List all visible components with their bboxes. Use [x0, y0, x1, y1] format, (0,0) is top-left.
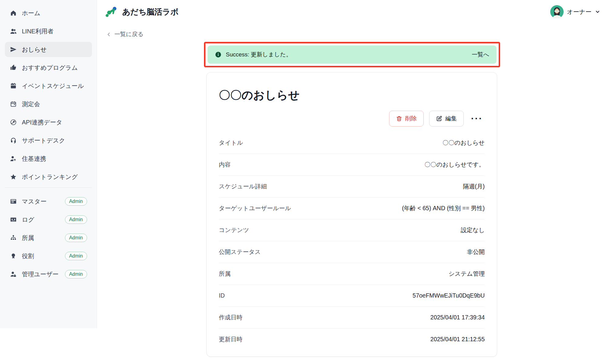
page-title: 〇〇のおしらせ — [219, 88, 485, 103]
sidebar-item-api-data[interactable]: API連携データ — [5, 115, 92, 130]
sidebar-item-notices[interactable]: おしらせ — [5, 42, 92, 57]
back-to-list-link[interactable]: 一覧に戻る — [106, 30, 144, 38]
sidebar-item-master[interactable]: マスター Admin — [5, 194, 92, 209]
notice-detail-card: 〇〇のおしらせ 削除 編集 ··· タイトル — [206, 72, 497, 357]
detail-row-target-rule: ターゲットユーザールール (年齢 < 65) AND (性別 == 男性) — [219, 197, 485, 219]
detail-row-contents: コンテンツ 設定なし — [219, 219, 485, 241]
sidebar-item-label: 測定会 — [22, 100, 40, 108]
sidebar-item-label: イベントスケジュール — [22, 82, 84, 90]
log-icon — [10, 216, 17, 223]
sidebar-item-label: 役割 — [22, 252, 34, 260]
thumb-up-icon — [10, 64, 17, 71]
sidebar-item-home[interactable]: ホーム — [5, 5, 92, 21]
app-screen: ホーム LINE利用者 おしらせ おすすめプログラム イベントスケジュール — [0, 0, 607, 364]
sidebar-item-label: 住基連携 — [22, 155, 46, 163]
sidebar-item-measurement[interactable]: 測定会 — [5, 96, 92, 112]
detail-rows: タイトル 〇〇のおしらせ 内容 〇〇のおしらせです。 スケジュール詳細 隔週(月… — [219, 132, 485, 350]
app-title: あだち脳活ラボ — [122, 7, 178, 17]
detail-row-content: 内容 〇〇のおしらせです。 — [219, 154, 485, 176]
sidebar-item-support-desk[interactable]: サポートデスク — [5, 133, 92, 148]
sitemap-icon — [10, 234, 17, 241]
edit-icon — [436, 116, 442, 122]
delete-button[interactable]: 削除 — [389, 111, 424, 126]
calendar-icon — [10, 100, 17, 108]
sidebar-item-recommended-programs[interactable]: おすすめプログラム — [5, 60, 92, 75]
medal-icon — [10, 252, 17, 260]
home-icon — [10, 9, 17, 17]
sidebar-item-label: 管理ユーザー — [22, 270, 59, 278]
sidebar: ホーム LINE利用者 おしらせ おすすめプログラム イベントスケジュール — [0, 0, 97, 328]
sidebar-item-logs[interactable]: ログ Admin — [5, 212, 92, 227]
star-icon — [10, 173, 17, 180]
user-role-label: オーナー — [567, 8, 592, 16]
trash-icon — [396, 116, 402, 122]
sidebar-item-juki-link[interactable]: 住基連携 — [5, 151, 92, 166]
avatar — [550, 5, 564, 19]
plug-icon — [10, 119, 17, 126]
sidebar-item-label: おしらせ — [22, 46, 47, 54]
detail-row-created-at: 作成日時 2025/04/01 17:39:34 — [219, 307, 485, 329]
paper-plane-icon — [10, 46, 17, 53]
sidebar-item-label: おすすめプログラム — [22, 64, 78, 72]
top-header: あだち脳活ラボ オーナー — [97, 0, 607, 24]
sidebar-item-label: サポートデスク — [22, 136, 65, 145]
app-logo: あだち脳活ラボ — [105, 5, 178, 18]
alert-message: Success: 更新しました。 — [226, 51, 292, 59]
server-icon — [10, 198, 17, 205]
sidebar-item-admin-users[interactable]: 管理ユーザー Admin — [5, 267, 92, 282]
edit-button[interactable]: 編集 — [429, 111, 464, 126]
delete-button-label: 削除 — [405, 115, 417, 123]
sidebar-item-label: ホーム — [22, 9, 40, 17]
sidebar-divider — [5, 187, 92, 188]
edit-button-label: 編集 — [445, 115, 457, 123]
user-lock-icon — [10, 271, 17, 278]
sidebar-item-label: LINE利用者 — [22, 27, 53, 35]
info-icon — [215, 51, 222, 58]
user-menu[interactable]: オーナー — [550, 5, 600, 19]
sidebar-item-event-schedule[interactable]: イベントスケジュール — [5, 78, 92, 93]
sidebar-item-point-ranking[interactable]: ポイントランキング — [5, 169, 92, 184]
admin-badge: Admin — [65, 215, 87, 224]
back-link-label: 一覧に戻る — [114, 30, 144, 38]
admin-badge: Admin — [65, 234, 87, 242]
success-alert: Success: 更新しました。 一覧へ — [208, 46, 497, 64]
chevron-down-icon — [595, 9, 600, 15]
alert-list-link[interactable]: 一覧へ — [472, 51, 489, 59]
logo-icon — [105, 5, 118, 18]
detail-row-updated-at: 更新日時 2025/04/01 21:12:55 — [219, 329, 485, 350]
sidebar-item-label: API連携データ — [22, 118, 62, 126]
alert-highlight-box: Success: 更新しました。 一覧へ — [204, 42, 500, 67]
detail-row-publish-status: 公開ステータス 非公開 — [219, 241, 485, 263]
admin-badge: Admin — [65, 270, 87, 278]
sidebar-item-affiliation[interactable]: 所属 Admin — [5, 230, 92, 245]
sidebar-item-label: ポイントランキング — [22, 173, 78, 181]
detail-row-affiliation: 所属 システム管理 — [219, 263, 485, 285]
sidebar-item-label: マスター — [22, 197, 46, 206]
main-content: 一覧に戻る Success: 更新しました。 一覧へ 〇〇のおしらせ 削除 — [97, 24, 607, 364]
calendar-filled-icon — [10, 82, 17, 89]
chevron-left-icon — [106, 32, 111, 37]
card-actions: 削除 編集 ··· — [219, 111, 485, 126]
detail-row-id: ID 57oeFMWwEJiTu0DqE9bU — [219, 285, 485, 307]
admin-badge: Admin — [65, 197, 87, 205]
sidebar-item-label: 所属 — [22, 234, 34, 242]
detail-row-title: タイトル 〇〇のおしらせ — [219, 132, 485, 154]
detail-row-schedule: スケジュール詳細 隔週(月) — [219, 176, 485, 197]
admin-badge: Admin — [65, 252, 87, 260]
sidebar-item-label: ログ — [22, 216, 34, 224]
sidebar-item-line-users[interactable]: LINE利用者 — [5, 24, 92, 39]
users-icon — [10, 28, 17, 35]
headset-icon — [10, 137, 17, 144]
sidebar-item-roles[interactable]: 役割 Admin — [5, 248, 92, 264]
person-gear-icon — [10, 155, 17, 162]
